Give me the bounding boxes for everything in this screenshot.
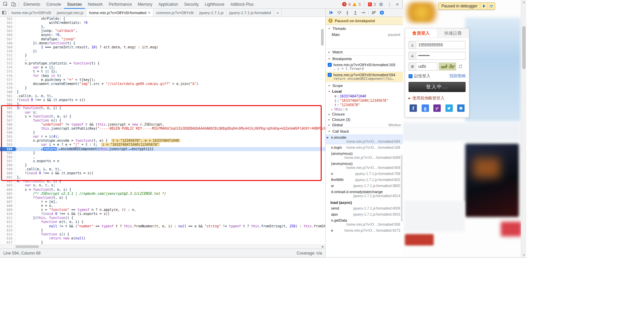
close-tab-icon[interactable]: × [148,10,150,15]
code-line[interactable]: 574 var e = []; [0,65,325,70]
line-number[interactable]: 589 [0,127,15,131]
code-line[interactable]: 612 function e(t, e, i) { [0,220,325,224]
code-line[interactable]: 611 }(this, function() { [0,216,325,220]
line-number[interactable]: 567 [0,37,15,41]
devtools-tab-memory[interactable]: Memory [135,0,155,9]
code-line[interactable]: 617 } [0,240,325,244]
line-number[interactable]: 591 [0,135,15,139]
line-number[interactable]: 594 [0,147,15,151]
file-tab-home-min-js-v-o8yx5l-formatted[interactable]: home.min.js?v=O8Yx5l:formatted× [87,9,153,16]
breakpoint-checkbox[interactable]: ✓ [328,73,332,77]
line-number[interactable]: 617 [0,240,15,244]
line-number[interactable]: 573 [0,61,15,65]
inspect-icon[interactable] [1,1,9,8]
code-line[interactable]: 603 var s, n, r, s; [0,183,325,187]
code-line[interactable]: 585 var s; [0,110,325,115]
twitter-bird-icon[interactable] [445,104,453,112]
line-number[interactable]: 569 [0,45,15,49]
code-line[interactable]: 573 n.prototype.statistic = function(t) … [0,61,325,65]
file-tab-jquery-1-7-1-js-formatted[interactable]: jquery-1.7.1.js:formatted [227,9,274,16]
scroll-down-arrow-icon[interactable]: ▼ [521,254,526,257]
line-number[interactable]: 581 [0,94,15,98]
code-line[interactable]: 568 }).done(function(t) { [0,41,325,45]
line-number[interactable]: 575 [0,70,15,74]
deactivate-breakpoints-icon[interactable] [371,10,377,16]
snowflake-icon[interactable]: ❄ [457,104,465,112]
scope-group-local[interactable]: ▾Local [326,89,403,94]
code-line[interactable]: 570 }) [0,49,325,53]
code-line[interactable]: 609 s = "function" == typeof n ? n.apply… [0,208,325,212]
remember-checkbox[interactable]: ✓ [409,74,413,78]
code-line[interactable]: 594 ▶return ▶encodeURIComponent(this.jse… [0,147,325,151]
watch-section-header[interactable]: ▸ Watch [326,48,403,55]
line-number[interactable]: 614 [0,228,15,232]
refresh-captcha-icon[interactable] [458,63,464,70]
file-tab-home-min-js-v-o8yx5l[interactable]: home.min.js?v=O8Yx5l [9,9,54,16]
line-number[interactable]: 602 [0,179,15,183]
code-line[interactable]: 601}, [0,175,325,179]
callstack-section-header[interactable]: ▾ Call Stack [326,128,403,134]
code-line[interactable]: 578 document.createElement("img").src = … [0,82,325,86]
sidebar-scrollbar-thumb[interactable] [401,154,402,222]
devtools-tab-application[interactable]: Application [155,0,181,9]
line-number[interactable]: 583 [0,102,15,106]
issues-icon[interactable]: ! [368,2,372,6]
code-line[interactable]: 615 function i() { [0,232,325,236]
line-number[interactable]: 596 [0,155,15,159]
other-login-toggle[interactable]: ▶ 使用其他帳號登入 [409,95,466,101]
callstack-frame[interactable]: n.getDatahome.min.js?v=O…:formatted:558 [326,217,403,227]
phone-field[interactable]: 15555555555 [409,41,466,49]
scope-group-global[interactable]: ▸GlobalWindow [326,122,403,128]
line-number[interactable]: 588 [0,123,15,127]
line-number[interactable]: 607 [0,200,15,204]
editor-horizontal-scrollbar[interactable]: ▶ [0,244,325,249]
forgot-password-link[interactable]: 找回密碼 [449,73,466,79]
code-line[interactable]: 589 this.jsencrypt.setPublicKey("-----BE… [0,127,325,131]
captcha-value[interactable]: ud5r [416,63,437,70]
step-over-icon[interactable] [487,3,495,9]
devtools-tab-sources[interactable]: Sources [64,0,85,9]
facebook-icon[interactable]: f [410,104,417,112]
code-line[interactable]: 613 null != t && ("number" == typeof t ?… [0,224,325,228]
code-line[interactable]: 575 t = t || {}; [0,70,325,74]
code-line[interactable]: 600 !(void 0 !== s && (t.exports = s)) [0,171,325,175]
line-number[interactable]: 585 [0,110,15,115]
line-number[interactable]: 578 [0,82,15,86]
device-toolbar-icon[interactable] [9,1,17,8]
line-number[interactable]: 586 [0,115,15,119]
settings-gear-icon[interactable]: ⚙ [378,2,384,7]
threads-section-header[interactable]: ▾ Threads [326,25,403,32]
breakpoint-entry[interactable]: ✓home.min.js?v=O8Yx5l:formatted:594retur… [326,72,403,82]
code-line[interactable]: 590 } [0,131,325,135]
callstack-frame[interactable]: ehome.min.js?v=O…:formatted:4273 [326,227,403,233]
code-line[interactable]: 580} [0,90,325,94]
callstack-frame[interactable]: d.onload.d.onreadystatechangejquery-1.7.… [326,189,403,199]
file-tab-jsencrypt-min-js[interactable]: jsencrypt.min.js [54,9,87,16]
code-line[interactable]: 597 s.exports = n [0,159,325,163]
code-line[interactable]: 604 s = function(t, e, i) { [0,188,325,192]
code-line[interactable]: 577 e.push(key + "=" + t[key]); [0,78,325,82]
page-scrollbar[interactable]: ▲ ▼ [521,0,526,257]
captcha-field[interactable]: ud5r [409,62,437,71]
scroll-up-arrow-icon[interactable]: ▲ [521,1,526,4]
line-number[interactable]: 605 [0,192,15,196]
callstack-frame[interactable]: ▶n.encodehome.min.js?v=O…:formatted:594 [326,134,403,144]
line-number[interactable]: 598 [0,163,15,167]
devtools-tab-elements[interactable]: Elements [20,0,43,9]
line-number[interactable]: 606 [0,196,15,200]
step-into-icon[interactable] [344,10,350,16]
line-number[interactable]: 571 [0,53,15,57]
code-line[interactable]: 587 function n() { [0,119,325,123]
line-number[interactable]: 582 [0,98,15,102]
code-line[interactable]: 572 , [0,57,325,61]
devtools-tab-network[interactable]: Network [85,0,106,9]
code-line[interactable]: 579 } [0,86,325,90]
resume-icon[interactable] [328,10,334,16]
line-number[interactable]: 603 [0,183,15,187]
resume-script-icon[interactable] [480,3,487,9]
code-line[interactable]: 582!(void 0 !== s && (t.exports = s)) [0,98,325,102]
code-line[interactable]: 614 } [0,228,325,232]
devtools-tab-adblock-plus[interactable]: Adblock Plus [227,0,257,9]
scope-section-header[interactable]: ▾ Scope [326,82,403,89]
code-line[interactable]: 588 "undefined" != typeof r && (this.jse… [0,123,325,127]
